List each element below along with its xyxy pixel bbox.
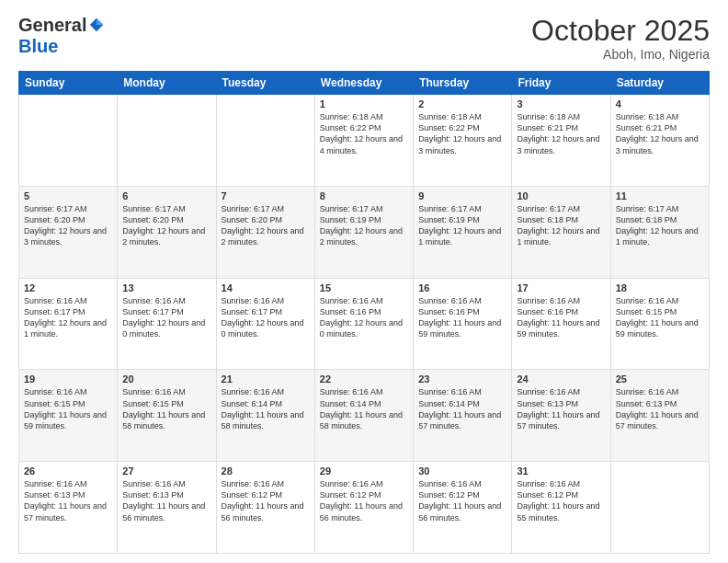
- col-sunday: Sunday: [19, 72, 118, 95]
- title-block: October 2025 Aboh, Imo, Nigeria: [531, 15, 710, 62]
- col-friday: Friday: [512, 72, 610, 95]
- table-row: 20Sunrise: 6:16 AM Sunset: 6:15 PM Dayli…: [118, 370, 216, 462]
- day-number: 28: [222, 465, 310, 477]
- table-row: 12Sunrise: 6:16 AM Sunset: 6:17 PM Dayli…: [19, 278, 118, 370]
- table-row: [118, 95, 216, 187]
- day-number: 19: [24, 373, 112, 385]
- day-info: Sunrise: 6:17 AM Sunset: 6:20 PM Dayligh…: [122, 203, 210, 248]
- table-row: 25Sunrise: 6:16 AM Sunset: 6:13 PM Dayli…: [610, 370, 709, 462]
- day-number: 30: [418, 465, 506, 477]
- day-info: Sunrise: 6:16 AM Sunset: 6:15 PM Dayligh…: [24, 386, 112, 431]
- month-title: October 2025: [531, 15, 710, 47]
- day-number: 10: [517, 190, 605, 201]
- table-row: 16Sunrise: 6:16 AM Sunset: 6:16 PM Dayli…: [414, 278, 512, 370]
- day-number: 21: [222, 373, 310, 385]
- day-number: 15: [320, 282, 408, 293]
- table-row: 4Sunrise: 6:18 AM Sunset: 6:21 PM Daylig…: [610, 95, 709, 187]
- day-number: 25: [616, 373, 704, 385]
- table-row: 13Sunrise: 6:16 AM Sunset: 6:17 PM Dayli…: [118, 278, 216, 370]
- table-row: [19, 95, 118, 187]
- day-info: Sunrise: 6:16 AM Sunset: 6:12 PM Dayligh…: [517, 478, 605, 523]
- calendar-week-row: 12Sunrise: 6:16 AM Sunset: 6:17 PM Dayli…: [19, 278, 710, 370]
- table-row: 11Sunrise: 6:17 AM Sunset: 6:18 PM Dayli…: [610, 186, 709, 278]
- day-info: Sunrise: 6:16 AM Sunset: 6:14 PM Dayligh…: [418, 386, 506, 431]
- table-row: 2Sunrise: 6:18 AM Sunset: 6:22 PM Daylig…: [414, 95, 512, 187]
- day-info: Sunrise: 6:16 AM Sunset: 6:17 PM Dayligh…: [222, 295, 310, 340]
- calendar-week-row: 26Sunrise: 6:16 AM Sunset: 6:13 PM Dayli…: [19, 462, 710, 554]
- day-info: Sunrise: 6:17 AM Sunset: 6:18 PM Dayligh…: [517, 203, 605, 248]
- logo-general: General: [18, 15, 86, 36]
- table-row: 9Sunrise: 6:17 AM Sunset: 6:19 PM Daylig…: [414, 186, 512, 278]
- table-row: 14Sunrise: 6:16 AM Sunset: 6:17 PM Dayli…: [216, 278, 314, 370]
- day-number: 8: [320, 190, 408, 201]
- table-row: 18Sunrise: 6:16 AM Sunset: 6:15 PM Dayli…: [610, 278, 709, 370]
- table-row: 15Sunrise: 6:16 AM Sunset: 6:16 PM Dayli…: [314, 278, 413, 370]
- calendar-week-row: 19Sunrise: 6:16 AM Sunset: 6:15 PM Dayli…: [19, 370, 710, 462]
- table-row: 22Sunrise: 6:16 AM Sunset: 6:14 PM Dayli…: [314, 370, 413, 462]
- day-number: 11: [616, 190, 704, 201]
- table-row: 23Sunrise: 6:16 AM Sunset: 6:14 PM Dayli…: [414, 370, 512, 462]
- day-info: Sunrise: 6:18 AM Sunset: 6:22 PM Dayligh…: [320, 111, 408, 156]
- day-info: Sunrise: 6:18 AM Sunset: 6:22 PM Dayligh…: [418, 111, 506, 156]
- svg-marker-1: [97, 17, 103, 24]
- day-info: Sunrise: 6:16 AM Sunset: 6:15 PM Dayligh…: [616, 295, 704, 340]
- day-number: 16: [418, 282, 506, 293]
- day-info: Sunrise: 6:16 AM Sunset: 6:12 PM Dayligh…: [222, 478, 310, 523]
- day-info: Sunrise: 6:17 AM Sunset: 6:19 PM Dayligh…: [320, 203, 408, 248]
- page: General Blue October 2025 Aboh, Imo, Nig…: [0, 0, 728, 563]
- day-number: 22: [320, 373, 408, 385]
- header: General Blue October 2025 Aboh, Imo, Nig…: [18, 15, 710, 62]
- table-row: 19Sunrise: 6:16 AM Sunset: 6:15 PM Dayli…: [19, 370, 118, 462]
- calendar-header-row: Sunday Monday Tuesday Wednesday Thursday…: [19, 72, 710, 95]
- logo-blue-text: Blue: [18, 36, 58, 56]
- day-info: Sunrise: 6:16 AM Sunset: 6:16 PM Dayligh…: [517, 295, 605, 340]
- day-info: Sunrise: 6:18 AM Sunset: 6:21 PM Dayligh…: [517, 111, 605, 156]
- table-row: 3Sunrise: 6:18 AM Sunset: 6:21 PM Daylig…: [512, 95, 610, 187]
- calendar-week-row: 5Sunrise: 6:17 AM Sunset: 6:20 PM Daylig…: [19, 186, 710, 278]
- table-row: 26Sunrise: 6:16 AM Sunset: 6:13 PM Dayli…: [19, 462, 118, 554]
- day-info: Sunrise: 6:16 AM Sunset: 6:16 PM Dayligh…: [320, 295, 408, 340]
- table-row: 21Sunrise: 6:16 AM Sunset: 6:14 PM Dayli…: [216, 370, 314, 462]
- day-info: Sunrise: 6:16 AM Sunset: 6:12 PM Dayligh…: [320, 478, 408, 523]
- day-number: 17: [517, 282, 605, 293]
- table-row: 24Sunrise: 6:16 AM Sunset: 6:13 PM Dayli…: [512, 370, 610, 462]
- logo: General Blue: [18, 15, 105, 57]
- logo-icon: [88, 17, 105, 33]
- table-row: 1Sunrise: 6:18 AM Sunset: 6:22 PM Daylig…: [314, 95, 413, 187]
- day-info: Sunrise: 6:17 AM Sunset: 6:20 PM Dayligh…: [222, 203, 310, 248]
- day-number: 26: [24, 465, 112, 477]
- table-row: 8Sunrise: 6:17 AM Sunset: 6:19 PM Daylig…: [314, 186, 413, 278]
- day-info: Sunrise: 6:16 AM Sunset: 6:16 PM Dayligh…: [418, 295, 506, 340]
- table-row: 28Sunrise: 6:16 AM Sunset: 6:12 PM Dayli…: [216, 462, 314, 554]
- table-row: [610, 462, 709, 554]
- table-row: 17Sunrise: 6:16 AM Sunset: 6:16 PM Dayli…: [512, 278, 610, 370]
- day-number: 20: [122, 373, 210, 385]
- day-info: Sunrise: 6:17 AM Sunset: 6:20 PM Dayligh…: [24, 203, 112, 248]
- day-number: 18: [616, 282, 704, 293]
- day-number: 31: [517, 465, 605, 477]
- day-number: 6: [122, 190, 210, 201]
- day-info: Sunrise: 6:18 AM Sunset: 6:21 PM Dayligh…: [616, 111, 704, 156]
- col-tuesday: Tuesday: [216, 72, 314, 95]
- day-number: 29: [320, 465, 408, 477]
- col-thursday: Thursday: [414, 72, 512, 95]
- day-number: 13: [122, 282, 210, 293]
- day-info: Sunrise: 6:16 AM Sunset: 6:13 PM Dayligh…: [122, 478, 210, 523]
- table-row: 5Sunrise: 6:17 AM Sunset: 6:20 PM Daylig…: [19, 186, 118, 278]
- table-row: 27Sunrise: 6:16 AM Sunset: 6:13 PM Dayli…: [118, 462, 216, 554]
- col-monday: Monday: [118, 72, 216, 95]
- day-number: 12: [24, 282, 112, 293]
- day-info: Sunrise: 6:16 AM Sunset: 6:14 PM Dayligh…: [320, 386, 408, 431]
- day-number: 27: [122, 465, 210, 477]
- calendar-week-row: 1Sunrise: 6:18 AM Sunset: 6:22 PM Daylig…: [19, 95, 710, 187]
- table-row: 6Sunrise: 6:17 AM Sunset: 6:20 PM Daylig…: [118, 186, 216, 278]
- table-row: 29Sunrise: 6:16 AM Sunset: 6:12 PM Dayli…: [314, 462, 413, 554]
- day-number: 14: [222, 282, 310, 293]
- day-info: Sunrise: 6:16 AM Sunset: 6:17 PM Dayligh…: [24, 295, 112, 340]
- table-row: 30Sunrise: 6:16 AM Sunset: 6:12 PM Dayli…: [414, 462, 512, 554]
- day-info: Sunrise: 6:16 AM Sunset: 6:14 PM Dayligh…: [222, 386, 310, 431]
- day-number: 4: [616, 98, 704, 109]
- day-number: 1: [320, 98, 408, 109]
- day-number: 5: [24, 190, 112, 201]
- day-info: Sunrise: 6:16 AM Sunset: 6:13 PM Dayligh…: [616, 386, 704, 431]
